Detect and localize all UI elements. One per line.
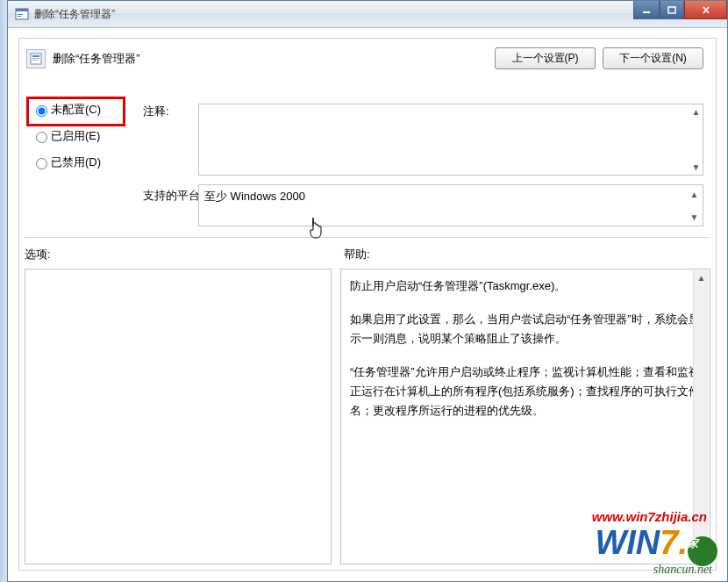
svg-rect-1 [16, 9, 28, 11]
help-p3: “任务管理器”允许用户启动或终止程序；监视计算机性能；查看和监视正运行在计算机上… [350, 363, 701, 420]
radio-enabled-input[interactable] [36, 132, 47, 143]
radio-not-configured[interactable]: 未配置(C) [32, 102, 101, 118]
svg-rect-2 [18, 14, 23, 15]
radio-not-configured-label: 未配置(C) [51, 102, 101, 118]
platform-textarea[interactable]: 至少 Windows 2000 ▲ ▼ [198, 184, 703, 226]
svg-rect-8 [32, 58, 39, 59]
next-setting-button[interactable]: 下一个设置(N) [603, 47, 703, 69]
divider [25, 237, 710, 238]
scroll-up-icon[interactable]: ▲ [694, 270, 709, 285]
watermark-url: www.win7zhijia.cn [592, 509, 707, 524]
minimize-button[interactable] [633, 1, 660, 19]
titlebar[interactable]: 删除“任务管理器” [8, 1, 727, 28]
policy-title: 删除“任务管理器” [53, 51, 140, 67]
scroll-down-icon[interactable]: ▼ [689, 160, 703, 174]
svg-rect-9 [32, 60, 38, 61]
scroll-up-icon[interactable]: ▲ [688, 187, 701, 201]
radio-enabled[interactable]: 已启用(E) [32, 128, 101, 144]
svg-rect-4 [643, 11, 650, 13]
platform-label: 支持的平台: [143, 188, 203, 204]
radio-disabled-label: 已禁用(D) [51, 154, 101, 170]
dialog-window: 删除“任务管理器” 删除“任务管理器” 上一个设置(P) 下一个设置(N) 未配… [7, 0, 728, 582]
radio-disabled[interactable]: 已禁用(D) [32, 154, 101, 170]
options-panel [25, 269, 332, 564]
svg-rect-7 [32, 55, 39, 57]
close-button[interactable] [684, 1, 727, 19]
svg-rect-5 [668, 7, 675, 13]
help-p2: 如果启用了此设置，那么，当用户尝试启动“任务管理器”时，系统会显示一则消息，说明… [350, 310, 701, 348]
dialog-body: 删除“任务管理器” 上一个设置(P) 下一个设置(N) 未配置(C) 已启用(E… [18, 38, 717, 571]
comment-label: 注释: [143, 104, 169, 119]
watermark-logo: WIN7.家 [595, 524, 717, 566]
svg-rect-3 [18, 16, 21, 17]
radio-disabled-input[interactable] [36, 158, 47, 169]
options-label: 选项: [25, 247, 51, 262]
help-label: 帮助: [344, 247, 370, 262]
app-icon [15, 7, 29, 21]
platform-value: 至少 Windows 2000 [204, 190, 305, 203]
maximize-button[interactable] [660, 1, 684, 19]
help-p1: 防止用户启动“任务管理器”(Taskmgr.exe)。 [350, 277, 701, 296]
radio-not-configured-input[interactable] [36, 105, 47, 117]
comment-textarea[interactable] [198, 104, 703, 176]
radio-enabled-label: 已启用(E) [51, 128, 100, 144]
desktop-background [0, 0, 7, 582]
scroll-down-icon[interactable]: ▼ [688, 210, 701, 224]
prev-setting-button[interactable]: 上一个设置(P) [495, 47, 596, 69]
scroll-up-icon[interactable]: ▲ [689, 104, 703, 119]
watermark-domain: shancun.net [653, 563, 712, 577]
window-title: 删除“任务管理器” [34, 7, 115, 22]
policy-icon [26, 49, 46, 68]
